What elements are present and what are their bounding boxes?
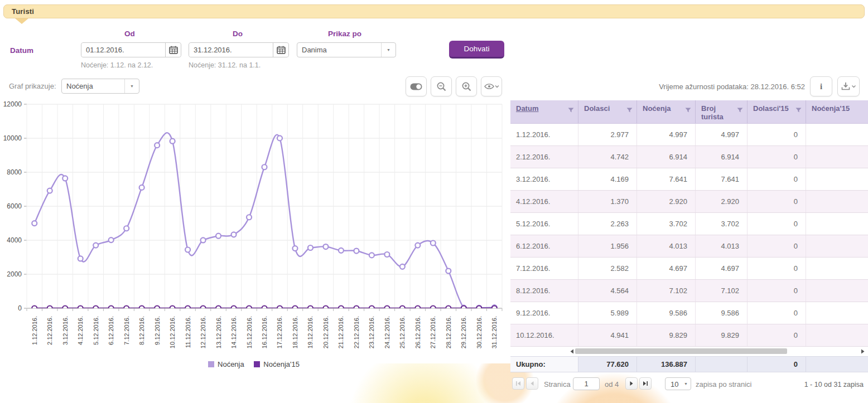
- table-row[interactable]: 10.12.2016.4.9419.8299.8290: [510, 324, 868, 347]
- visibility-button[interactable]: [481, 76, 502, 96]
- cell-date: 5.12.2016.: [510, 213, 578, 235]
- svg-text:19.12.2016.: 19.12.2016.: [307, 316, 314, 348]
- od-hint: Noćenje: 1.12. na 2.12.: [81, 61, 153, 69]
- zoom-out-button[interactable]: [431, 76, 452, 96]
- page-input[interactable]: [573, 377, 600, 390]
- page-size-select[interactable]: 10 ▼: [665, 377, 691, 390]
- table-row[interactable]: 7.12.2016.2.5824.6974.6970: [510, 258, 868, 280]
- table-row[interactable]: 8.12.2016.4.5647.1027.1020: [510, 280, 868, 302]
- total-value: 0: [748, 357, 806, 372]
- cell-value: [806, 168, 868, 190]
- scrollbar-thumb[interactable]: [575, 348, 787, 354]
- column-header-2[interactable]: Dolasci: [578, 100, 637, 123]
- total-value: [806, 357, 868, 372]
- prikaz-po-select[interactable]: Danima ▼: [297, 42, 396, 57]
- date-to-group: [189, 42, 289, 57]
- info-button[interactable]: i: [810, 76, 832, 96]
- legend-item-nocenja[interactable]: Noćenja: [208, 360, 244, 368]
- total-row: Ukupno:77.620136.8870: [510, 356, 868, 372]
- prikaz-po-value: Danima: [297, 43, 381, 57]
- svg-text:23.12.2016.: 23.12.2016.: [368, 316, 375, 348]
- next-page-button[interactable]: [625, 377, 638, 390]
- cell-value: 4.169: [578, 168, 637, 190]
- table-row[interactable]: 1.12.2016.2.9774.9974.9970: [510, 124, 868, 146]
- graf-prikazuje-select[interactable]: Noćenja ▼: [61, 79, 139, 94]
- svg-text:31.12.2016.: 31.12.2016.: [491, 316, 498, 348]
- last-page-button[interactable]: [639, 377, 652, 390]
- cell-value: 0: [748, 235, 806, 257]
- svg-text:20.12.2016.: 20.12.2016.: [322, 316, 329, 348]
- tab-label: Turisti: [12, 7, 34, 16]
- table-row[interactable]: 3.12.2016.4.1697.6417.6410: [510, 168, 868, 191]
- date-to-input[interactable]: [189, 43, 273, 57]
- cell-date: 8.12.2016.: [510, 280, 578, 302]
- cell-value: 0: [748, 302, 806, 324]
- scroll-left-icon[interactable]: [570, 349, 574, 354]
- legend-swatch: [254, 361, 260, 367]
- cell-value: 9.829: [696, 324, 748, 346]
- cell-value: 4.997: [637, 124, 696, 145]
- cell-value: 0: [748, 168, 806, 190]
- legend-item-nocenja15[interactable]: Noćenja'15: [254, 360, 300, 368]
- zoom-in-button[interactable]: [456, 76, 477, 96]
- table-row[interactable]: 6.12.2016.1.9564.0134.0130: [510, 235, 868, 258]
- cell-value: [806, 235, 868, 257]
- total-value: 136.887: [637, 357, 696, 372]
- cell-value: 6.914: [696, 146, 748, 168]
- horizontal-scrollbar[interactable]: [510, 347, 868, 356]
- datum-label: Datum: [10, 46, 33, 55]
- do-hint: Noćenje: 31.12. na 1.1.: [189, 61, 261, 69]
- date-from-input[interactable]: [81, 43, 165, 57]
- svg-text:22.12.2016.: 22.12.2016.: [353, 316, 360, 348]
- download-button[interactable]: [837, 76, 860, 96]
- data-table-panel: Vrijeme ažurnosti podataka: 28.12.2016. …: [510, 0, 868, 403]
- svg-text:2.12.2016.: 2.12.2016.: [46, 316, 53, 345]
- filter-icon[interactable]: [568, 108, 574, 113]
- svg-text:8000: 8000: [7, 168, 22, 176]
- column-header-5[interactable]: Dolasci'15: [748, 100, 806, 123]
- dohvati-button[interactable]: Dohvati: [449, 41, 504, 59]
- column-header-3[interactable]: Noćenja: [637, 100, 696, 123]
- date-from-group: [81, 42, 181, 57]
- svg-text:11.12.2016.: 11.12.2016.: [185, 316, 191, 348]
- zoom-out-icon: [436, 81, 447, 92]
- table-row[interactable]: 9.12.2016.5.9899.5869.5860: [510, 302, 868, 324]
- svg-text:0: 0: [18, 304, 22, 312]
- series-toggle-button[interactable]: [406, 76, 427, 96]
- svg-text:8.12.2016.: 8.12.2016.: [138, 316, 145, 345]
- cell-value: 6.914: [637, 146, 696, 168]
- column-header-1[interactable]: Datum: [510, 100, 578, 123]
- cell-date: 1.12.2016.: [510, 124, 578, 145]
- cell-date: 3.12.2016.: [510, 168, 578, 190]
- filter-icon[interactable]: [685, 108, 691, 113]
- chevron-down-icon: ▼: [681, 378, 691, 390]
- svg-text:6000: 6000: [7, 202, 22, 210]
- filter-icon[interactable]: [795, 108, 802, 113]
- prev-page-button[interactable]: [526, 377, 538, 390]
- cell-value: 7.641: [637, 168, 696, 190]
- legend-label: Noćenja'15: [263, 360, 300, 368]
- scroll-right-icon[interactable]: [861, 349, 865, 354]
- table-row[interactable]: 5.12.2016.2.2633.7023.7020: [510, 213, 868, 235]
- svg-text:10000: 10000: [3, 134, 22, 142]
- cell-value: 0: [748, 258, 806, 279]
- date-from-calendar-button[interactable]: [165, 43, 181, 57]
- cell-value: 4.013: [696, 235, 748, 257]
- cell-value: [806, 213, 868, 235]
- filter-icon[interactable]: [626, 108, 633, 113]
- first-page-button[interactable]: [512, 377, 524, 390]
- chevron-down-icon: ▼: [381, 43, 396, 57]
- download-icon: [841, 82, 856, 91]
- total-value: [696, 357, 748, 372]
- cell-value: 1.370: [578, 191, 637, 212]
- chevron-down-icon: [495, 86, 499, 88]
- column-header-4[interactable]: Broj turista: [696, 100, 748, 123]
- date-to-calendar-button[interactable]: [273, 43, 288, 57]
- svg-text:5.12.2016.: 5.12.2016.: [93, 316, 99, 345]
- table-row[interactable]: 4.12.2016.1.3702.9202.9200: [510, 191, 868, 213]
- filter-icon[interactable]: [737, 108, 743, 113]
- pagination: Stranica od 4 10 ▼ zapisa po stranici 1 …: [510, 377, 868, 392]
- svg-text:26.12.2016.: 26.12.2016.: [414, 316, 421, 348]
- table-row[interactable]: 2.12.2016.4.7426.9146.9140: [510, 146, 868, 168]
- column-header-6[interactable]: Noćenja'15: [806, 100, 868, 123]
